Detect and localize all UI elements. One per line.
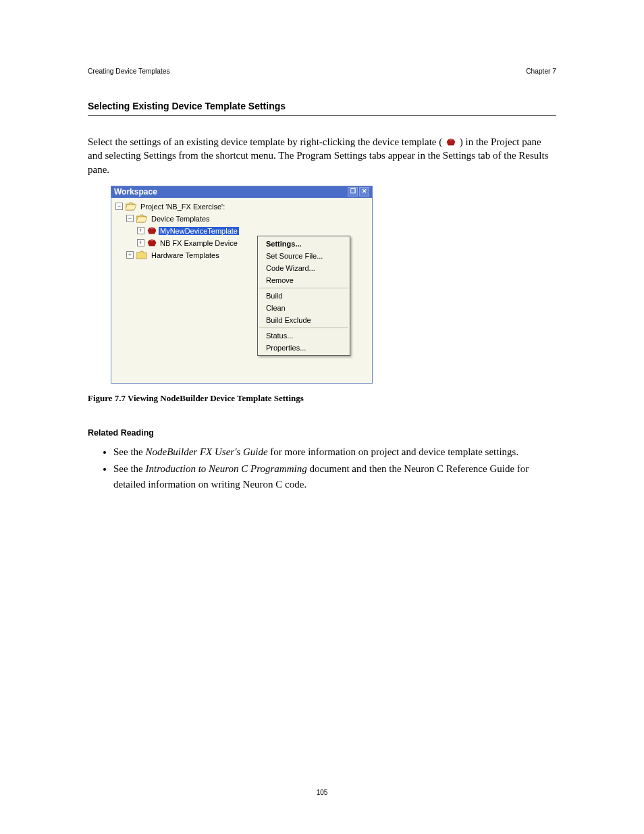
menu-item-build-exclude[interactable]: Build Exclude (258, 314, 350, 326)
menu-separator (259, 328, 348, 328)
body-text-part1: Select the settings of an existing devic… (88, 136, 442, 147)
window-restore-button[interactable]: ❐ (348, 187, 358, 197)
window-titlebar: Workspace ❐ ✕ (111, 186, 372, 198)
tree-toggle-icon[interactable]: + (137, 239, 144, 246)
related-text: See the (113, 446, 145, 457)
tree-row-project[interactable]: − Project 'NB_FX Exercise': (115, 201, 368, 213)
section-title: Selecting Existing Device Template Setti… (88, 101, 556, 111)
related-em: NodeBuilder FX User's Guide (145, 446, 267, 457)
related-em: Introduction to Neuron C Programming (145, 463, 306, 474)
header-right: Chapter 7 (526, 68, 556, 75)
tree-toggle-icon[interactable]: − (126, 215, 134, 222)
menu-item-properties[interactable]: Properties... (258, 342, 350, 354)
tree-label-example: NB FX Example Device (159, 239, 239, 247)
menu-separator (259, 288, 348, 288)
related-text: for more information on project and devi… (268, 446, 519, 457)
tree-row-device-templates[interactable]: − Device Templates (115, 213, 368, 225)
related-reading-title: Related Reading (88, 428, 556, 438)
svg-marker-5 (136, 217, 147, 222)
device-template-icon (446, 138, 456, 147)
figure-wrapper: Workspace ❐ ✕ − Project 'NB_FX Exercise'… (111, 186, 556, 384)
device-template-icon (147, 239, 157, 247)
folder-open-icon (136, 214, 147, 223)
page-header: Creating Device Templates Chapter 7 (88, 68, 556, 75)
folder-open-icon (126, 202, 136, 211)
menu-item-status[interactable]: Status... (258, 330, 350, 342)
body-paragraph: Select the settings of an existing devic… (88, 135, 556, 176)
tree-label-device-templates: Device Templates (150, 215, 211, 223)
related-item: See the Introduction to Neuron C Program… (113, 461, 556, 493)
tree-toggle-icon[interactable]: + (126, 251, 134, 259)
workspace-window: Workspace ❐ ✕ − Project 'NB_FX Exercise'… (111, 186, 373, 384)
menu-item-clean[interactable]: Clean (258, 302, 350, 314)
folder-closed-icon (136, 251, 147, 259)
svg-marker-3 (126, 205, 136, 210)
tree-toggle-icon[interactable]: − (115, 203, 123, 210)
section-rule (88, 115, 556, 116)
figure-caption: Figure 7.7 Viewing NodeBuilder Device Te… (88, 393, 556, 404)
header-left: Creating Device Templates (88, 68, 170, 75)
tree-label-hardware: Hardware Templates (150, 251, 221, 259)
tree-body: − Project 'NB_FX Exercise': − Device Tem… (111, 198, 372, 383)
page-number: 105 (0, 789, 644, 796)
tree-label-project: Project 'NB_FX Exercise': (139, 203, 226, 211)
related-item: See the NodeBuilder FX User's Guide for … (113, 444, 556, 460)
device-template-icon (147, 227, 157, 235)
menu-item-remove[interactable]: Remove (258, 274, 350, 286)
menu-item-code-wizard[interactable]: Code Wizard... (258, 262, 350, 274)
menu-item-build[interactable]: Build (258, 290, 350, 302)
related-text: See the (113, 463, 145, 474)
context-menu: Settings... Set Source File... Code Wiza… (257, 236, 350, 356)
window-title: Workspace (114, 187, 348, 197)
tree-toggle-icon[interactable]: + (137, 227, 144, 234)
svg-marker-10 (136, 251, 146, 259)
related-list: See the NodeBuilder FX User's Guide for … (113, 444, 556, 493)
menu-item-set-source[interactable]: Set Source File... (258, 250, 350, 262)
tree-label-mynew: MyNewDeviceTemplate (159, 227, 239, 235)
menu-item-settings[interactable]: Settings... (258, 238, 350, 250)
window-close-button[interactable]: ✕ (359, 187, 369, 197)
